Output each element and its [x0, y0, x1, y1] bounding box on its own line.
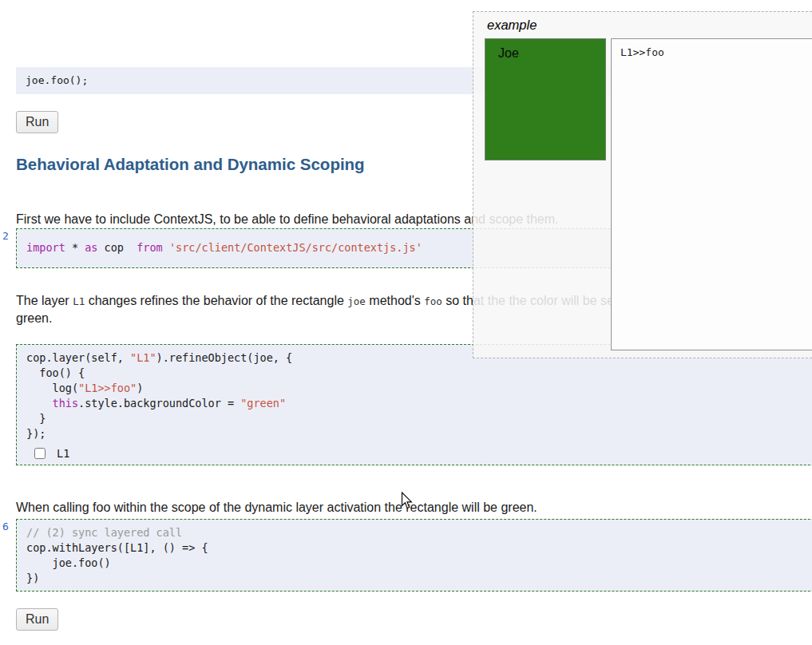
code-line: joe.foo() [26, 556, 812, 571]
run-button-1[interactable]: Run [16, 111, 58, 133]
line-number: 6 [2, 520, 9, 532]
code-line: }) [26, 571, 812, 586]
layer-toggle-label: L1 [57, 447, 69, 460]
joe-rectangle[interactable]: Joe [485, 38, 606, 160]
inline-code-L1: L1 [73, 295, 85, 307]
layer-toggle-row: L1 [34, 445, 812, 462]
line-number: 2 [2, 230, 9, 242]
joe-rectangle-label: Joe [498, 46, 519, 61]
layer-toggle-checkbox[interactable] [34, 448, 46, 459]
code-line: this.style.backgroundColor = "green" [26, 396, 812, 411]
code-line: }); [26, 426, 812, 441]
page-title: Behavioral Adaptation and Dynamic Scopin… [16, 155, 365, 174]
log-output-pane: L1>>foo [611, 38, 812, 350]
mouse-cursor-icon [401, 492, 414, 511]
code-cell-6[interactable]: 6 // (2) sync layered callcop.withLayers… [16, 519, 812, 592]
window-title: example [487, 18, 537, 33]
code-line: foo() { [26, 366, 812, 381]
code-line: } [26, 411, 812, 426]
paragraph-line-2: green. [16, 311, 52, 325]
code-line: cop.withLayers([L1], () => { [26, 540, 812, 556]
code-editor[interactable]: cop.layer(self, "L1").refineObject(joe, … [26, 350, 812, 441]
inline-code-foo: foo [424, 295, 442, 307]
inline-code-joe: joe [347, 295, 366, 307]
code-line: log("L1>>foo") [26, 381, 812, 396]
log-output-text: L1>>foo [620, 46, 664, 58]
run-button-2[interactable]: Run [16, 608, 58, 631]
example-window[interactable]: example Joe L1>>foo [473, 11, 812, 358]
code-line: // (2) sync layered call [26, 525, 812, 540]
paragraph-activation: When calling foo within the scope of the… [16, 499, 537, 516]
code-editor[interactable]: // (2) sync layered callcop.withLayers([… [26, 525, 812, 586]
code-cell-5[interactable]: 5 cop.layer(self, "L1").refineObject(joe… [16, 344, 812, 465]
